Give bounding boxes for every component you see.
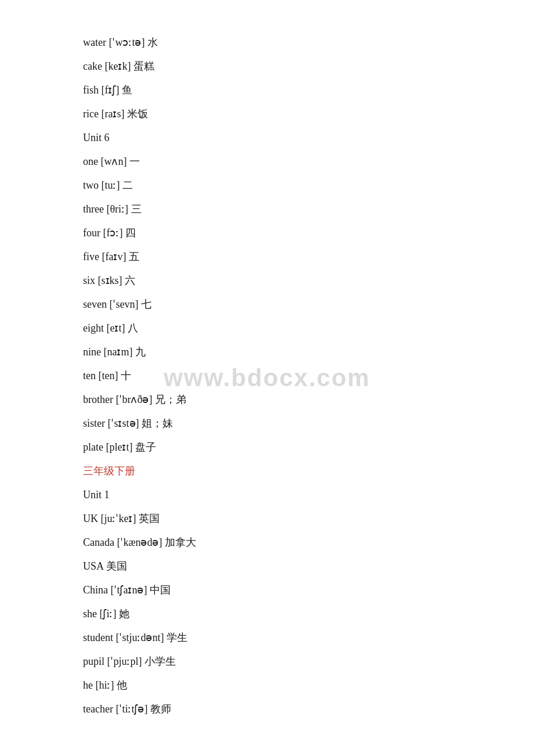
vocab-line: sister [ˈsɪstə] 姐；妹 — [83, 416, 451, 431]
section-title: 三年级下册 — [83, 463, 451, 479]
vocab-line: UK [juːˈkeɪ] 英国 — [83, 511, 451, 527]
vocab-line: three [θriː] 三 — [83, 201, 451, 217]
vocab-line: Canada [ˈkænədə] 加拿大 — [83, 535, 451, 550]
vocab-line: one [wʌn] 一 — [83, 154, 451, 170]
vocab-line: four [fɔː] 四 — [83, 225, 451, 241]
vocab-line: China [ˈtʃaɪnə] 中国 — [83, 582, 451, 598]
vocab-line: brother [ˈbrʌðə] 兄；弟 — [83, 392, 451, 408]
vocab-line: he [hiː] 他 — [83, 678, 451, 693]
vocab-line: ten [ten] 十 — [83, 368, 451, 384]
vocab-line: USA 美国 — [83, 559, 451, 574]
vocab-line: teacher [ˈtiːtʃə] 教师 — [83, 701, 451, 717]
vocab-line: water [ˈwɔːtə] 水 — [83, 35, 451, 51]
vocab-line: rice [raɪs] 米饭 — [83, 106, 451, 122]
vocab-line: fish [fɪʃ] 鱼 — [83, 82, 451, 98]
vocab-line: nine [naɪm] 九 — [83, 344, 451, 360]
vocab-line: she [ʃiː] 她 — [83, 606, 451, 622]
main-content: water [ˈwɔːtə] 水cake [keɪk] 蛋糕fish [fɪʃ]… — [0, 0, 534, 756]
vocab-line: plate [pleɪt] 盘子 — [83, 440, 451, 455]
vocab-line: eight [eɪt] 八 — [83, 321, 451, 336]
vocab-line: pupil [ˈpjuːpl] 小学生 — [83, 654, 451, 669]
vocab-line: five [faɪv] 五 — [83, 249, 451, 265]
vocab-line: seven [ˈsevn] 七 — [83, 297, 451, 312]
vocab-line: cake [keɪk] 蛋糕 — [83, 59, 451, 74]
vocab-line: student [ˈstjuːdənt] 学生 — [83, 630, 451, 646]
unit-header: Unit 1 — [83, 487, 451, 503]
vocab-line: six [sɪks] 六 — [83, 273, 451, 289]
unit-header: Unit 6 — [83, 130, 451, 146]
vocab-line: two [tuː] 二 — [83, 178, 451, 193]
